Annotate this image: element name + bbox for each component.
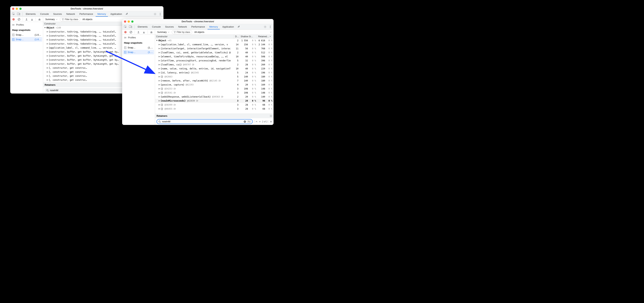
table-row[interactable]: {} @53541 31080 %1480 % [155,91,274,95]
next-match-icon[interactable] [259,121,261,123]
object-group-row[interactable]: Object ×4521 5560 %6 6160 % [155,38,274,42]
tab-sources[interactable]: Sources [52,11,64,16]
clear-icon[interactable] [17,17,21,21]
object-filter[interactable]: All objects [81,18,94,21]
download-icon[interactable] [142,30,146,34]
upload-icon[interactable] [24,17,29,21]
record-icon[interactable] [123,30,128,34]
prev-match-icon[interactable] [256,121,258,123]
table-row[interactable]: {remove, before, after, replaceWith} @62… [155,79,274,83]
tab-network[interactable]: Network [176,24,189,29]
chevron-down-icon[interactable] [270,31,272,33]
table-row[interactable]: {loadTimes, csi, send, getVariableValue,… [155,51,274,55]
snapshot-item-2[interactable]: Snap… (1.6… [11,37,42,42]
menu-icon[interactable] [270,115,272,117]
table-row[interactable]: {interactionTarget, interactionTargetEle… [155,46,274,51]
svg-point-5 [160,14,160,14]
more-tabs-icon[interactable] [124,12,129,16]
view-select[interactable]: Summary [44,18,59,21]
devtools-window-2: DevTools - chrome://version/ Elements Co… [122,19,274,125]
col-constructor[interactable]: Constructor [155,35,234,38]
svg-rect-2 [20,13,20,15]
class-filter[interactable]: Filter by class [172,30,192,34]
gc-icon[interactable] [37,17,42,21]
svg-rect-18 [129,26,131,27]
snapshot-item-2[interactable]: Snap… (1.… [123,50,154,54]
search-icon [158,120,161,123]
table-row[interactable]: {element, timeToFirstByte, resourceLoadD… [155,55,274,59]
kebab-icon[interactable] [158,12,162,16]
tab-elements[interactable]: Elements [136,24,150,29]
sidebar: Profiles Heap snapshots Snap… (1.6… Snap… [10,17,43,93]
table-row[interactable]: {} @38399 3280 %680 % [155,103,274,107]
col-distance[interactable]: Di… [234,35,240,38]
profiles-header[interactable]: Profiles [10,22,43,27]
tab-console[interactable]: Console [38,11,51,16]
snapshot-item-1[interactable]: Snap… (1.6… [10,32,43,37]
kebab-icon[interactable] [268,25,272,29]
table-row[interactable]: {webUIResponse, webUIListenerCallback} @… [155,95,274,99]
more-tabs-icon[interactable] [236,25,241,29]
view-select[interactable]: Summary [156,30,170,34]
tab-application[interactable]: Application [108,11,124,16]
class-filter[interactable]: Filter by class [60,17,80,21]
tab-memory[interactable]: Memory [208,24,220,29]
clear-input-icon[interactable] [244,120,246,123]
svg-rect-30 [124,46,126,49]
svg-point-22 [270,26,270,27]
tab-performance[interactable]: Performance [78,11,95,16]
gc-icon[interactable] [149,30,154,34]
table-row[interactable]: {startTime, processingStart, processingE… [155,59,274,63]
table-row[interactable]: {passive, capture} @622934200 %1600 % [155,83,274,87]
device-toolbar-icon[interactable] [16,12,21,16]
tab-application[interactable]: Application [220,24,236,29]
svg-line-10 [18,19,20,20]
table-row[interactable]: {application_label, cl, command_line, …,… [155,42,274,46]
tab-console[interactable]: Console [150,24,162,29]
search-input[interactable] [162,120,242,123]
table-row[interactable]: {} @46455 3280 %680 % [155,107,274,111]
close-search-icon[interactable] [270,121,272,123]
settings-icon[interactable] [263,25,267,29]
svg-point-8 [13,19,14,20]
tab-network[interactable]: Network [64,11,77,16]
heap-table[interactable]: Object ×4521 5560 %6 6160 %{application_… [155,38,274,114]
tab-sources[interactable]: Sources [163,24,176,29]
match-case-icon[interactable]: Aa [247,120,251,123]
table-row[interactable]: {} @4266351400 %1800 % [155,75,274,79]
tab-elements[interactable]: Elements [24,11,38,16]
record-icon[interactable] [11,17,16,21]
snapshot-item-1[interactable]: Snap… (1.… [122,45,155,50]
clear-icon[interactable] [129,30,133,34]
retainers-header: Retainers [155,114,274,118]
profiles-header[interactable]: Profiles [122,35,155,40]
inspect-icon[interactable] [123,25,128,29]
device-toolbar-icon[interactable] [128,25,133,29]
search-input-wrap[interactable]: Aa [156,119,253,124]
upload-icon[interactable] [136,30,140,34]
col-shallow[interactable]: Shallow Si… [240,35,257,38]
match-count: 2 of 2 [262,120,268,123]
download-icon[interactable] [30,17,34,21]
tab-memory[interactable]: Memory [96,11,108,17]
table-row[interactable]: {} @34253 31080 %1480 % [155,87,274,91]
svg-rect-31 [124,51,126,53]
object-filter[interactable]: All objects [193,30,206,34]
settings-icon[interactable] [153,12,157,16]
svg-rect-13 [12,34,14,36]
svg-rect-19 [131,26,132,28]
inspect-icon[interactable] [11,12,16,16]
svg-point-40 [159,121,160,122]
table-row[interactable]: {id, latency, entries} @623455240 %1960 … [155,71,274,75]
svg-point-15 [47,89,48,91]
svg-point-4 [160,13,160,13]
tab-performance[interactable]: Performance [190,24,206,29]
col-retained[interactable]: Retained… [257,35,274,38]
table-row[interactable]: {name, value, rating, delta, entries, id… [155,67,274,71]
table-row[interactable]: {loadTimes, csi} @49707 2280 %2600 % [155,63,274,67]
profiles-label: Profiles [16,23,24,26]
tabbar: Elements Console Sources Network Perform… [10,11,164,17]
svg-rect-1 [17,13,19,15]
svg-rect-14 [12,38,14,40]
table-row[interactable]: {nowInMicroseconds} @62039 3280 %960 % [155,99,274,103]
